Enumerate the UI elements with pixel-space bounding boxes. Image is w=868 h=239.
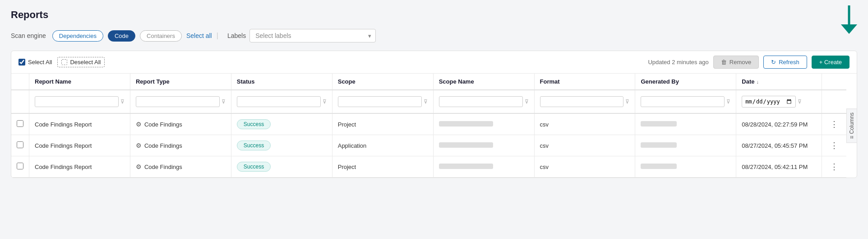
row2-status: Success [231, 135, 332, 156]
table-wrapper: Report Name Report Type Status [11, 74, 857, 178]
row1-format: csv [534, 113, 635, 135]
filter-cell-status: ⊽ [231, 90, 332, 113]
row2-generated-by [635, 135, 736, 156]
scan-engine-select-all[interactable]: Select all [186, 32, 212, 39]
row3-report-name: Code Findings Report [29, 156, 130, 178]
filter-cell-scope-name: ⊽ [433, 90, 534, 113]
badge-containers[interactable]: Containers [140, 30, 182, 42]
th-report-name: Report Name [29, 74, 130, 90]
page-container: Reports Scan engine Dependencies Code Co… [0, 0, 868, 239]
table-body: Code Findings Report ⚙ Code Findings [11, 113, 846, 178]
row3-scope-name [433, 156, 534, 178]
row1-report-type: ⚙ Code Findings [130, 113, 231, 135]
labels-select[interactable]: Select labels [249, 29, 376, 42]
th-date[interactable]: Date ↓ [736, 74, 822, 90]
labels-section: Labels Select labels [227, 29, 376, 42]
select-all-checkbox[interactable] [18, 59, 25, 66]
status-badge: Success [237, 162, 271, 172]
filter-bar: Scan engine Dependencies Code Containers… [11, 29, 857, 42]
row3-more-button[interactable]: ⋮ [827, 162, 841, 172]
th-checkbox [11, 74, 29, 90]
th-scope-name: Scope Name [433, 74, 534, 90]
th-status: Status [231, 74, 332, 90]
filter-scope[interactable] [338, 96, 422, 107]
remove-label: Remove [729, 59, 751, 66]
filter-cell-report-type: ⊽ [130, 90, 231, 113]
row2-report-name: Code Findings Report [29, 135, 130, 156]
filter-icon-format[interactable]: ⊽ [625, 98, 629, 105]
filter-cell-actions [822, 90, 847, 113]
filter-cell-date: ⊽ [736, 90, 822, 113]
row3-checkbox-cell [11, 156, 29, 178]
create-label: + Create [819, 59, 842, 66]
select-all-label: Select All [28, 59, 52, 66]
toolbar-right: Updated 2 minutes ago 🗑 Remove ↻ Refresh… [648, 56, 850, 69]
filter-generated-by[interactable] [641, 96, 725, 107]
th-generated-by: Generated By [635, 74, 736, 90]
row2-actions: ⋮ [822, 135, 847, 156]
updated-text: Updated 2 minutes ago [648, 59, 708, 66]
blurred-generated-by [641, 121, 677, 127]
remove-icon: 🗑 [721, 59, 727, 66]
row2-checkbox[interactable] [17, 141, 23, 148]
filter-icon-scope-name[interactable]: ⊽ [525, 98, 529, 105]
row2-more-button[interactable]: ⋮ [827, 141, 841, 150]
filter-scope-name[interactable] [439, 96, 523, 107]
gear-icon: ⚙ [136, 121, 142, 128]
deselect-all-button[interactable]: Deselect All [57, 57, 105, 67]
row1-actions: ⋮ [822, 113, 847, 135]
scan-engine-label: Scan engine [11, 32, 46, 39]
row2-checkbox-cell [11, 135, 29, 156]
create-button[interactable]: + Create [812, 56, 850, 69]
blurred-scope-name [439, 142, 493, 148]
row3-checkbox[interactable] [17, 163, 23, 169]
row1-more-button[interactable]: ⋮ [827, 119, 841, 129]
table-row: Code Findings Report ⚙ Code Findings [11, 135, 846, 156]
labels-label: Labels [227, 32, 246, 39]
badge-code[interactable]: Code [108, 30, 135, 42]
refresh-icon: ↻ [771, 59, 776, 66]
main-card: Select All Deselect All Updated 2 minute… [11, 51, 857, 178]
badge-dependencies[interactable]: Dependencies [52, 30, 103, 42]
filter-icon-date[interactable]: ⊽ [798, 98, 802, 105]
row1-scope-name [433, 113, 534, 135]
filter-format[interactable] [540, 96, 624, 107]
blurred-scope-name [439, 121, 493, 127]
row3-scope: Project [332, 156, 433, 178]
row3-date: 08/27/2024, 05:42:11 PM [736, 156, 822, 178]
row3-generated-by [635, 156, 736, 178]
deselect-all-label: Deselect All [70, 59, 101, 66]
remove-button[interactable]: 🗑 Remove [713, 56, 759, 69]
sort-icon: ↓ [757, 79, 759, 84]
filter-report-name[interactable] [35, 96, 119, 107]
row2-date: 08/27/2024, 05:45:57 PM [736, 135, 822, 156]
filter-row: ⊽ ⊽ [11, 90, 846, 113]
row1-checkbox[interactable] [17, 120, 23, 127]
th-format: Format [534, 74, 635, 90]
filter-icon-scope[interactable]: ⊽ [424, 98, 428, 105]
select-all-checkbox-label[interactable]: Select All [18, 59, 52, 66]
row3-format: csv [534, 156, 635, 178]
columns-icon: ≡ [849, 136, 855, 139]
refresh-label: Refresh [779, 59, 799, 66]
filter-cell-generated-by: ⊽ [635, 90, 736, 113]
th-report-type: Report Type [130, 74, 231, 90]
row1-status: Success [231, 113, 332, 135]
table-row: Code Findings Report ⚙ Code Findings [11, 156, 846, 178]
filter-cell-scope: ⊽ [332, 90, 433, 113]
toolbar-left: Select All Deselect All [18, 57, 641, 67]
columns-side-button[interactable]: ≡ Columns [846, 74, 857, 178]
filter-status[interactable] [237, 96, 321, 107]
refresh-button[interactable]: ↻ Refresh [763, 56, 807, 69]
filter-report-type[interactable] [136, 96, 220, 107]
filter-icon-generated-by[interactable]: ⊽ [726, 98, 730, 105]
row3-actions: ⋮ [822, 156, 847, 178]
filter-date[interactable] [742, 96, 796, 108]
gear-icon: ⚙ [136, 142, 142, 149]
row1-checkbox-cell [11, 113, 29, 135]
filter-icon-report-name[interactable]: ⊽ [120, 98, 125, 105]
row1-scope: Project [332, 113, 433, 135]
toolbar: Select All Deselect All Updated 2 minute… [11, 51, 857, 74]
filter-icon-report-type[interactable]: ⊽ [222, 98, 226, 105]
filter-icon-status[interactable]: ⊽ [323, 98, 327, 105]
